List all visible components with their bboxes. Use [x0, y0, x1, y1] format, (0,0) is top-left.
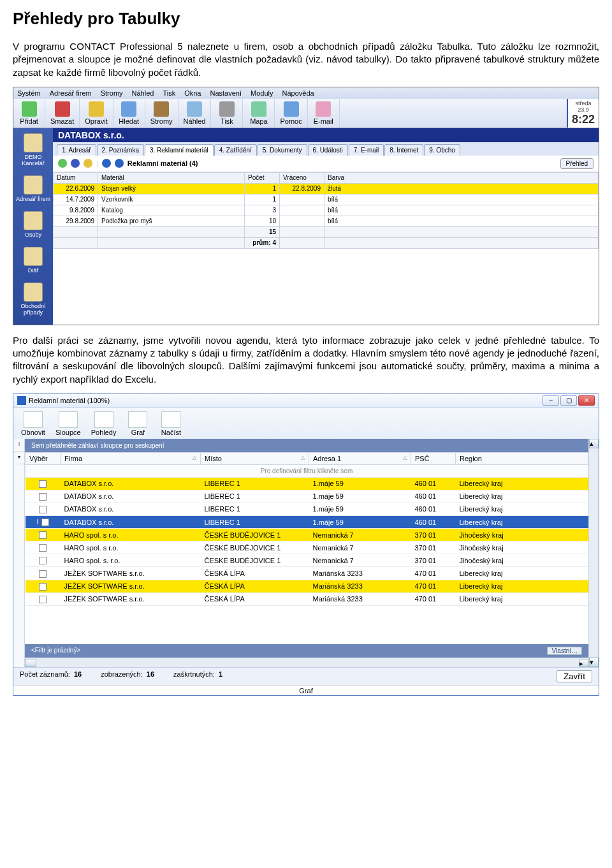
edit-icon[interactable]: [84, 159, 92, 168]
row-checkbox[interactable]: [39, 531, 47, 539]
trees-button[interactable]: Stromy: [145, 99, 178, 128]
horizontal-scrollbar[interactable]: ▸: [25, 658, 588, 667]
side-firms-button[interactable]: Adresář firem: [13, 173, 53, 209]
menu-item[interactable]: Systém: [17, 89, 41, 97]
add-button[interactable]: Přidat: [13, 99, 45, 128]
table-row[interactable]: HARO spol. s. r.o.ČESKÉ BUDĚJOVICE 1Nema…: [26, 554, 588, 567]
row-checkbox[interactable]: [39, 506, 47, 513]
data-grid[interactable]: DatumMateriálPočetVrácenoBarva 22.6.2009…: [53, 172, 599, 249]
table-row[interactable]: JEŽEK SOFTWARE s.r.o.ČESKÁ LÍPAMariánská…: [26, 592, 588, 605]
table-row[interactable]: 22.6.2009Stojan velký122.8.2009žlutá: [54, 183, 599, 194]
column-header[interactable]: Adresa 1 △: [309, 452, 411, 464]
tab-item[interactable]: 8. Internet: [384, 144, 423, 156]
avg-cell: prům: 4: [245, 237, 280, 248]
print-button[interactable]: Tisk: [211, 99, 243, 128]
info2-icon[interactable]: [115, 159, 124, 168]
menu-item[interactable]: Stromy: [101, 89, 123, 97]
table-row[interactable]: 29.8.2009Podložka pro myš10bílá: [54, 216, 599, 226]
column-header[interactable]: Datum: [54, 172, 98, 183]
row-checkbox[interactable]: [39, 583, 47, 591]
side-persons-button[interactable]: Osoby: [13, 209, 53, 244]
menu-item[interactable]: Tisk: [163, 89, 175, 97]
column-header[interactable]: Počet: [245, 172, 280, 183]
row-checkbox[interactable]: [39, 480, 47, 488]
gutter-filter-icon[interactable]: ▾: [13, 452, 24, 464]
column-header[interactable]: Materiál: [98, 172, 245, 183]
table-row[interactable]: HARO spol. s r.o.ČESKÉ BUDĚJOVICE 1Neman…: [26, 529, 588, 541]
screenshot-overview-window: Reklamní materiál (100%) – ▢ ✕ ObnovitSl…: [13, 394, 599, 696]
menu-item[interactable]: Okna: [184, 89, 201, 97]
gutter-columns-icon[interactable]: ⦙⦙: [13, 439, 24, 452]
page-title: Přehledy pro Tabulky: [13, 9, 599, 29]
table-row[interactable]: DATABOX s.r.o.LIBEREC 11.máje 59460 01Li…: [26, 490, 588, 503]
maximize-button[interactable]: ▢: [560, 395, 577, 406]
side-office-button[interactable]: DEMOKancelář: [13, 131, 53, 173]
chart-button[interactable]: Graf: [122, 410, 153, 438]
overview-grid[interactable]: VýběrFirma △Místo △Adresa 1 △PSČRegion P…: [25, 452, 588, 606]
table-row[interactable]: 9.8.2009Katalog3bílá: [54, 205, 599, 216]
tab-item[interactable]: 3. Reklamní materiál: [145, 144, 214, 156]
overview-button[interactable]: Přehled: [560, 158, 594, 169]
column-header[interactable]: Barva: [324, 172, 599, 183]
group-by-hint[interactable]: Sem přetáhněte záhlaví sloupce pro sesku…: [25, 439, 588, 452]
tab-item[interactable]: 5. Dokumenty: [258, 144, 307, 156]
tab-item[interactable]: 9. Obcho: [424, 144, 460, 156]
table-row[interactable]: HARO spol. s r.o.ČESKÉ BUDĚJOVICE 1Neman…: [26, 541, 588, 554]
help-button[interactable]: Pomoc: [275, 99, 307, 128]
row-checkbox[interactable]: [39, 596, 47, 603]
custom-filter-button[interactable]: Vlastní…: [547, 647, 582, 655]
menu-item[interactable]: Nápověda: [282, 89, 314, 97]
tab-item[interactable]: 6. Události: [308, 144, 348, 156]
status-bar: Počet záznamů: 16 zobrazených: 16 zaškrt…: [13, 667, 599, 685]
main-toolbar: PřidatSmazatOpravitHledatStromyNáhledTis…: [13, 99, 599, 128]
side-persons-icon: [24, 211, 43, 230]
side-cases-button[interactable]: Obchodní případy: [13, 280, 53, 322]
column-header[interactable]: Vráceno: [280, 172, 324, 183]
table-row[interactable]: DATABOX s.r.o.LIBEREC 11.máje 59460 01Li…: [26, 477, 588, 490]
load-button[interactable]: Načíst: [156, 410, 186, 438]
minimize-button[interactable]: –: [543, 395, 559, 406]
table-row[interactable]: DATABOX s.r.o.LIBEREC 11.máje 59460 01Li…: [26, 503, 588, 515]
refresh-button[interactable]: Obnovit: [17, 410, 49, 438]
graf-tab[interactable]: Graf: [13, 685, 599, 695]
views-button[interactable]: Pohledy: [87, 410, 120, 438]
tab-item[interactable]: 7. E-mail: [349, 144, 384, 156]
filter-hint-row[interactable]: Pro definování filtru klikněte sem: [26, 464, 588, 477]
add-icon[interactable]: [58, 159, 67, 168]
tab-item[interactable]: 2. Poznámka: [97, 144, 144, 156]
delete-button[interactable]: Smazat: [45, 99, 80, 128]
menu-bar: SystémAdresář firemStromyNáhledTiskOknaN…: [13, 87, 599, 99]
search-button[interactable]: Hledat: [113, 99, 145, 128]
edit-button[interactable]: Opravit: [80, 99, 113, 128]
preview-button[interactable]: Náhled: [178, 99, 212, 128]
map-button[interactable]: Mapa: [243, 99, 275, 128]
close-button[interactable]: ✕: [578, 395, 595, 406]
menu-item[interactable]: Nastavení: [210, 89, 242, 97]
table-row[interactable]: JEŽEK SOFTWARE s.r.o.ČESKÁ LÍPAMariánská…: [26, 580, 588, 592]
side-diary-button[interactable]: Diář: [13, 244, 53, 280]
row-checkbox[interactable]: [41, 519, 49, 526]
table-row[interactable]: IDATABOX s.r.o.LIBEREC 11.máje 59460 01L…: [26, 516, 588, 529]
remove-icon[interactable]: [71, 159, 80, 168]
email-button[interactable]: E-mail: [308, 99, 340, 128]
column-header[interactable]: Region: [456, 452, 588, 464]
tab-item[interactable]: 1. Adresář: [57, 144, 96, 156]
table-row[interactable]: 14.7.2009Vzorkovník1bílá: [54, 194, 599, 205]
column-header[interactable]: Výběr: [26, 452, 61, 464]
info-icon[interactable]: [102, 159, 111, 168]
menu-item[interactable]: Náhled: [132, 89, 154, 97]
vertical-scrollbar[interactable]: ▴▾: [588, 439, 599, 667]
table-row[interactable]: JEŽEK SOFTWARE s.r.o.ČESKÁ LÍPAMariánská…: [26, 567, 588, 580]
columns-button[interactable]: Sloupce: [52, 410, 85, 438]
column-header[interactable]: Místo △: [201, 452, 309, 464]
row-checkbox[interactable]: [39, 570, 47, 578]
column-header[interactable]: Firma △: [61, 452, 201, 464]
row-checkbox[interactable]: [39, 493, 47, 501]
column-header[interactable]: PSČ: [411, 452, 456, 464]
row-checkbox[interactable]: [39, 544, 47, 552]
menu-item[interactable]: Moduly: [251, 89, 273, 97]
close-overview-button[interactable]: Zavřít: [557, 670, 592, 682]
menu-item[interactable]: Adresář firem: [50, 89, 92, 97]
row-checkbox[interactable]: [39, 557, 47, 564]
tab-item[interactable]: 4. Zatřídění: [214, 144, 257, 156]
